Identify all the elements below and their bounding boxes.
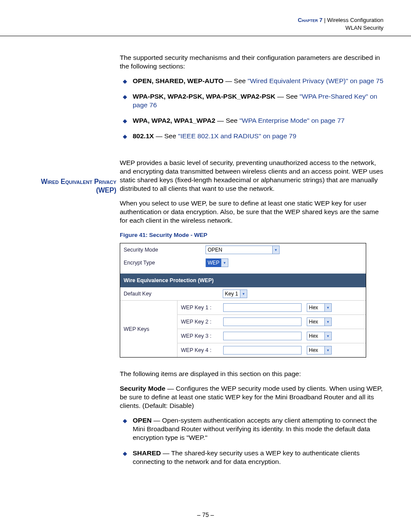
page-number: – 75 – (0, 511, 411, 518)
mode-text: — Open-system authentication accepts any… (133, 417, 377, 441)
security-mode-label: Security Mode (124, 246, 206, 254)
wep-key-label: WEP Key 1 : (181, 303, 223, 312)
dash: — See (215, 117, 240, 124)
section-title: WLAN Security (298, 24, 383, 32)
default-key-select[interactable]: Key 1 ▾ (223, 289, 247, 298)
figure-security-mode-wep: Security Mode OPEN ▾ Encrypt Type WEP ▾ … (120, 243, 366, 358)
after-figure-paragraph: The following items are displayed in thi… (120, 370, 385, 378)
wep-key-format-select[interactable]: Hex▾ (307, 303, 332, 312)
mechanism-name: WPA, WPA2, WPA1_WPA2 (133, 117, 215, 124)
chapter-label: Chapter 7 (298, 17, 322, 23)
mode-name: OPEN (133, 417, 152, 424)
security-mode-value: OPEN (206, 246, 272, 254)
mode-name: SHARED (133, 449, 161, 457)
wep-key-row: WEP Key 4 :Hex▾ (177, 343, 366, 357)
list-item: OPEN — Open-system authentication accept… (120, 416, 385, 442)
list-item: OPEN, SHARED, WEP-AUTO — See "Wired Equi… (120, 77, 385, 85)
wep-key-label: WEP Key 3 : (181, 332, 223, 340)
list-item: 802.1X — See "IEEE 802.1X and RADIUS" on… (120, 132, 385, 140)
list-item: WPA-PSK, WPA2-PSK, WPA-PSK_WPA2-PSK — Se… (120, 92, 385, 109)
intro-paragraph: The supported security mechanisms and th… (120, 53, 385, 71)
dash: — See (154, 132, 178, 140)
running-header: Chapter 7 | Wireless Configuration WLAN … (298, 16, 383, 32)
mode-list: OPEN — Open-system authentication accept… (120, 416, 385, 466)
wep-key-format-value: Hex (307, 317, 324, 326)
mechanism-name: 802.1X (133, 132, 154, 140)
chevron-down-icon: ▾ (272, 246, 279, 254)
wep-key-input[interactable] (223, 303, 302, 312)
wep-key-input[interactable] (223, 317, 302, 326)
cross-reference-link[interactable]: "Wired Equivalent Privacy (WEP)" on page… (248, 77, 383, 84)
dash: — See (275, 93, 299, 100)
wep-keys-label: WEP Keys (120, 301, 177, 357)
wep-key-row: WEP Key 3 :Hex▾ (177, 329, 366, 343)
wep-key-format-value: Hex (307, 303, 324, 312)
chevron-down-icon: ▾ (324, 304, 331, 311)
wep-key-row: WEP Key 1 :Hex▾ (177, 301, 366, 314)
chevron-down-icon: ▾ (240, 290, 247, 298)
chapter-title: Wireless Configuration (327, 17, 383, 23)
wep-paragraph-1: WEP provides a basic level of security, … (120, 159, 385, 193)
mechanism-name: OPEN, SHARED, WEP-AUTO (133, 77, 224, 84)
list-item: SHARED — The shared-key security uses a … (120, 449, 385, 466)
security-mode-term: Security Mode (120, 385, 165, 392)
wep-key-row: WEP Key 2 :Hex▾ (177, 314, 366, 329)
mechanism-list: OPEN, SHARED, WEP-AUTO — See "Wired Equi… (120, 77, 385, 140)
wep-key-label: WEP Key 2 : (181, 317, 223, 326)
chevron-down-icon: ▾ (324, 318, 331, 326)
mode-text: — The shared-key security uses a WEP key… (133, 449, 360, 465)
wep-key-label: WEP Key 4 : (181, 346, 223, 355)
wep-key-format-value: Hex (307, 332, 324, 340)
wep-section-bar: Wire Equivalence Protection (WEP) (120, 274, 366, 287)
security-mode-description: Security Mode — Configures the WEP secur… (120, 384, 385, 410)
chevron-down-icon: ▾ (324, 332, 331, 340)
header-rule (0, 36, 411, 36)
list-item: WPA, WPA2, WPA1_WPA2 — See "WPA Enterpri… (120, 116, 385, 125)
chevron-down-icon: ▾ (221, 259, 228, 267)
wep-key-input[interactable] (223, 332, 302, 340)
mechanism-name: WPA-PSK, WPA2-PSK, WPA-PSK_WPA2-PSK (133, 93, 275, 100)
cross-reference-link[interactable]: "IEEE 802.1X and RADIUS" on page 79 (178, 132, 296, 140)
encrypt-type-value: WEP (206, 258, 221, 267)
wep-key-format-select[interactable]: Hex▾ (307, 346, 332, 355)
default-key-value: Key 1 (223, 289, 240, 298)
wep-key-input[interactable] (223, 346, 302, 355)
wep-key-format-select[interactable]: Hex▾ (307, 332, 332, 340)
wep-keys-inner: WEP Key 1 :Hex▾WEP Key 2 :Hex▾WEP Key 3 … (177, 301, 366, 357)
security-mode-select[interactable]: OPEN ▾ (206, 246, 280, 254)
wep-key-format-value: Hex (307, 346, 324, 355)
wep-key-format-select[interactable]: Hex▾ (307, 317, 332, 326)
figure-caption: Figure 41: Security Mode - WEP (120, 231, 385, 240)
page: Chapter 7 | Wireless Configuration WLAN … (0, 0, 411, 532)
section-heading-wep: Wired Equivalent Privacy (WEP) (30, 177, 116, 195)
cross-reference-link[interactable]: "WPA Enterprise Mode" on page 77 (240, 117, 345, 124)
chevron-down-icon: ▾ (324, 346, 331, 354)
dash: — See (224, 77, 248, 84)
wep-paragraph-2: When you select to use WEP, be sure to d… (120, 199, 385, 225)
encrypt-type-select[interactable]: WEP ▾ (206, 258, 228, 267)
default-key-label: Default Key (124, 289, 223, 298)
body-column: The supported security mechanisms and th… (120, 53, 385, 473)
encrypt-type-label: Encrypt Type (124, 258, 206, 267)
